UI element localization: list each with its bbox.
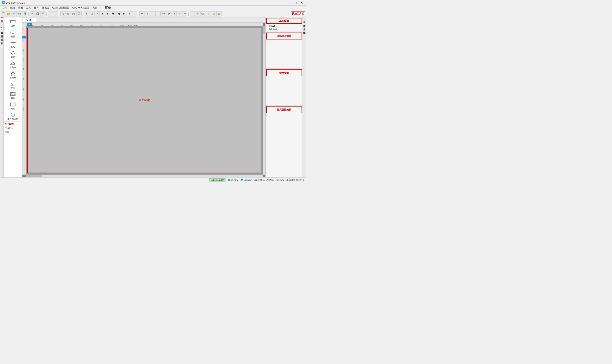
toolbar-aligncenter-btn[interactable] — [111, 11, 116, 16]
scrollbar-h-thumb[interactable] — [26, 175, 42, 177]
scrollbar-vertical[interactable] — [263, 26, 266, 175]
menu-datasource[interactable]: 数据源 — [40, 6, 51, 10]
toolbar-distH-btn[interactable]: ⇔ — [139, 11, 145, 16]
toolbar-zoomout-button[interactable] — [66, 11, 71, 16]
toolbar-pen-btn[interactable]: ✏ — [195, 11, 200, 16]
menu-file[interactable]: 文件 — [1, 6, 9, 10]
minimize-button[interactable]: ─ — [287, 0, 293, 5]
toolbar-new-button[interactable] — [1, 11, 6, 16]
shape-star[interactable]: 五角星 — [4, 70, 21, 80]
toolbar-zoomfull-button[interactable] — [76, 11, 81, 16]
toolbar-redo-button[interactable]: ↪ — [53, 11, 58, 16]
menu-tools[interactable]: 工具 — [25, 6, 33, 10]
svg-rect-28 — [112, 13, 114, 14]
right-tab-engineering[interactable]: 工程 — [303, 18, 306, 22]
left-vertical-tabs: 默认 绘图 D C S 定制组件 报表组件 组件 动画 — [0, 17, 4, 177]
toolbar-saveas-button[interactable] — [17, 11, 22, 16]
left-tab-dcs[interactable]: D C S — [0, 25, 4, 34]
toolbar-rotateCW-btn[interactable]: ↻ — [177, 11, 182, 16]
toolbar-zoomfit-button[interactable] — [71, 11, 76, 16]
toolbar-ungroup-btn[interactable]: ⊟ — [89, 11, 94, 16]
menu-shortcuts[interactable]: 快捷说明及配置 — [51, 6, 71, 10]
tree-item-default[interactable]: default — [266, 27, 302, 31]
toolbar-flipH-btn[interactable]: ⇄ — [166, 11, 171, 16]
toolbar-paste-button[interactable] — [40, 11, 45, 16]
shape-text-label: 文字 — [11, 87, 15, 90]
star-icon — [10, 71, 16, 76]
left-tab-draw[interactable]: 绘图 — [0, 22, 4, 25]
toolbar-open-button[interactable] — [6, 11, 11, 16]
toolbar-zoomin-button[interactable]: 🔍 — [60, 11, 66, 16]
left-tab-report[interactable]: 报表组件 — [0, 38, 4, 41]
right-tab-online[interactable]: 在线组态 — [303, 22, 306, 25]
canvas-inner[interactable]: 绘图区域 — [27, 28, 261, 173]
menu-view[interactable]: 查看 — [17, 6, 25, 10]
toolbar-print-button[interactable] — [22, 11, 27, 16]
toolbar-distV-btn[interactable]: ⇕ — [145, 11, 150, 16]
toolbar-sameW-btn[interactable]: ↔ — [150, 11, 155, 16]
toolbar-bringfront-btn[interactable]: ⬆ — [94, 11, 100, 16]
toolbar-alignmiddle-btn[interactable] — [127, 11, 132, 16]
toolbar-alignbottom-btn[interactable] — [132, 11, 137, 16]
right-tab-variables[interactable]: 变量 — [303, 25, 306, 28]
menu-help[interactable]: 帮助 — [91, 6, 99, 10]
toolbar-sameWH-btn[interactable]: ⟺ — [161, 11, 166, 16]
canvas-area[interactable]: 1041 100 200 300 400 500 600 700 800 900… — [22, 23, 266, 177]
toolbar-lock-btn[interactable]: 🔒 — [216, 11, 222, 16]
menu-library[interactable]: 图库 — [33, 6, 40, 10]
shape-layout[interactable]: 布局 — [4, 101, 21, 111]
shape-triangle[interactable]: 三角形 — [4, 60, 21, 70]
shape-arrow[interactable]: 箭头 — [4, 39, 21, 49]
toolbar-alignright-btn[interactable] — [116, 11, 121, 16]
shape-text[interactable]: A 文字 — [4, 80, 21, 91]
tree-item-qwe[interactable]: QWE — [266, 24, 302, 27]
checkbox-qwe[interactable] — [267, 25, 270, 27]
svg-rect-5 — [13, 14, 15, 15]
toolbar-aligntop-btn[interactable] — [121, 11, 126, 16]
toolbar-rotateCCW-btn[interactable]: ↺ — [182, 11, 187, 16]
shape-image[interactable]: 图片 — [4, 91, 21, 101]
tab-edit1-close[interactable]: ✕ — [33, 19, 34, 21]
tree-default-label: default — [270, 28, 277, 30]
toolbar-cut-button[interactable]: ✂ — [30, 11, 35, 16]
maximize-button[interactable]: □ — [293, 0, 299, 5]
shape-event[interactable]: 事件覆盖层 — [4, 111, 21, 121]
toolbar-sameH-btn[interactable]: ↕ — [155, 11, 160, 16]
menu-opg-server[interactable]: OPGview服务器 — [71, 6, 91, 10]
toolbar-sendback-btn[interactable]: ⬇ — [100, 11, 105, 16]
toolbar-eraser-btn[interactable]: ⌫ — [200, 11, 205, 16]
shape-rect[interactable]: 矩形 — [4, 18, 21, 28]
svg-rect-31 — [118, 13, 120, 14]
toolbar-copy-button[interactable] — [35, 11, 40, 16]
left-tab-custom[interactable]: 定制组件 — [0, 34, 4, 38]
status-user: 👤 unknow — [240, 179, 252, 181]
toolbar-undo-button[interactable]: ↩ — [48, 11, 53, 16]
menu-edit[interactable]: 编辑 — [9, 6, 17, 10]
layout-icon — [10, 102, 16, 107]
svg-rect-32 — [119, 14, 120, 14]
checkbox-default[interactable] — [267, 28, 270, 30]
scrollbar-v-thumb[interactable] — [263, 26, 266, 34]
left-tab-animation[interactable]: 动画 — [0, 44, 4, 48]
left-tab-default[interactable]: 默认 — [0, 18, 4, 22]
tab-edit1[interactable]: Edit1 ✕ — [23, 18, 37, 22]
toolbar-save-button[interactable] — [12, 11, 17, 16]
toolbar-flipV-btn[interactable]: ⥮ — [172, 11, 177, 16]
toolbar-pointer-btn[interactable]: ⊹ — [206, 11, 211, 16]
scrollbar-horizontal[interactable] — [26, 175, 263, 177]
toolbar-text-btn[interactable]: T — [190, 11, 195, 16]
canvas-drawing-label: 绘图区域 — [139, 99, 150, 102]
ruler-vertical: 1300 1350 1400 1450 1500 1550 1600 1650 … — [22, 26, 26, 175]
left-tab-components[interactable]: 组件 — [0, 41, 4, 44]
toolbar-alignleft-btn[interactable] — [105, 11, 110, 16]
svg-rect-37 — [129, 13, 129, 15]
right-tab-tree-props[interactable]: 图元树及属性 — [303, 28, 306, 32]
shape-diamond[interactable]: 菱形 — [4, 49, 21, 60]
close-button[interactable]: ✕ — [299, 0, 305, 5]
toolbar-group-btn[interactable]: ⊞ — [84, 11, 89, 16]
left-panel: 默认 绘图 D C S 定制组件 报表组件 组件 动画 矩形 椭圆 — [0, 17, 22, 177]
toolbar-grid-btn[interactable]: ⊞ — [211, 11, 216, 16]
network-icon — [228, 179, 230, 181]
drawing-canvas[interactable]: 绘图区域 — [26, 26, 263, 175]
shape-ellipse[interactable]: 椭圆 — [4, 28, 21, 39]
